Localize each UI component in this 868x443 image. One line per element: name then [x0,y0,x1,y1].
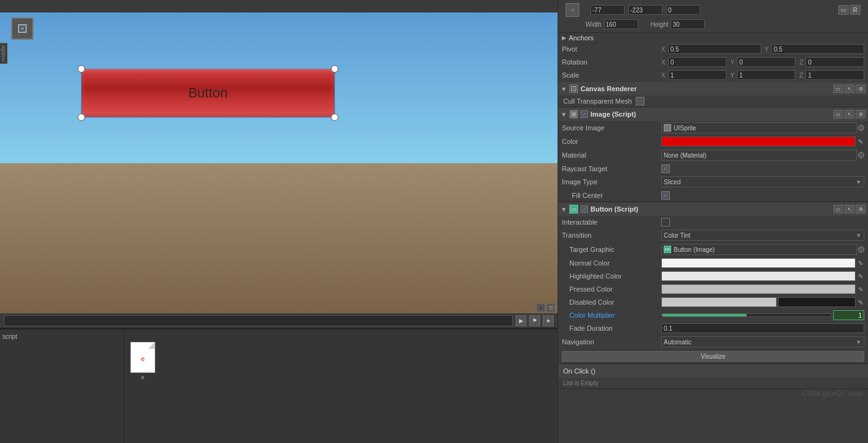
interactable-value [661,218,864,226]
button-script-header[interactable]: ▼ OK ✓ Button (Script) ▭ ↖ ⚙ [558,202,868,216]
project-search[interactable] [4,315,513,326]
image-script-btn-1[interactable]: ▭ [833,110,843,119]
file-icon[interactable]: e [130,342,155,373]
rot-y-input[interactable] [737,57,796,67]
canvas-renderer-btn-3[interactable]: ⚙ [856,84,866,93]
source-image-label: Source Image [562,124,661,132]
raycast-checkbox[interactable]: ✓ [661,164,670,173]
navigation-row: Navigation Automatic ▼ [558,335,868,349]
scene-center-icon [11,17,34,40]
image-script-btn-3[interactable]: ⚙ [856,110,866,119]
visualize-button[interactable]: Visualize [562,351,864,362]
color-multiplier-input[interactable]: 1 [833,310,864,320]
canvas-renderer-btn-2[interactable]: ↖ [844,84,854,93]
project-btn-1[interactable]: ▶ [515,315,527,326]
target-graphic-circle[interactable] [858,246,864,253]
scale-z-input[interactable] [805,70,864,80]
navigation-dropdown[interactable]: Automatic ▼ [661,336,864,347]
button-script-btn-2[interactable]: ↖ [844,205,854,213]
project-btn-3[interactable]: ★ [543,315,554,326]
image-script-title: Image (Script) [590,110,831,118]
pos-y-input[interactable]: -223 [628,5,662,15]
scale-x-input[interactable] [668,70,727,80]
material-row: Material None (Material) [558,148,868,163]
color-value: ✎ [661,136,864,146]
onclick-header[interactable]: On Click () [558,364,868,378]
image-script-header[interactable]: ▼ ▤ ✓ Image (Script) ▭ ↖ ⚙ [558,107,868,121]
scene-bottom-icons: ◾ ☰ [536,303,555,312]
fade-duration-input[interactable]: 0.1 [661,323,864,333]
pressed-color-field[interactable] [661,284,856,294]
canvas-renderer-btn-1[interactable]: ▭ [833,84,843,93]
scene-icon-2[interactable]: ☰ [546,303,555,312]
image-script-section: ▼ ▤ ✓ Image (Script) ▭ ↖ ⚙ Source Image … [558,107,868,202]
navigation-arrow: ▼ [856,339,862,346]
pos-xyz-row: ✛ -77 -223 0 ▭ R [562,2,864,18]
color-multiplier-label: Color Multiplier [562,311,661,319]
cull-checkbox[interactable] [636,97,644,105]
rot-z-input[interactable] [805,57,864,67]
highlighted-color-field[interactable] [661,271,856,281]
height-input[interactable]: 30 [671,19,705,29]
watermark-container: CSDN @LinQY_lucky [558,389,868,398]
button-script-checkbox[interactable]: ✓ [581,205,588,213]
r-button[interactable]: R [850,5,861,15]
interactable-row: Interactable [558,216,868,228]
transition-text: Color Tint [664,232,690,239]
source-image-field[interactable]: UISprite [661,122,857,133]
source-image-circle[interactable] [858,125,864,131]
image-type-dropdown[interactable]: Sliced ▼ [661,176,864,187]
disabled-color-row: Disabled Color ✎ [558,296,868,309]
project-btn-2[interactable]: ⚑ [529,315,540,326]
color-multiplier-slider[interactable] [661,313,832,317]
pivot-x-input[interactable]: 0.5 [668,44,761,54]
scale-y-input[interactable] [737,70,796,80]
pressed-color-label: Pressed Color [562,285,661,293]
cull-label: Cull Transparent Mesh [563,97,632,105]
color-field[interactable] [661,136,856,146]
rot-y-label: Y [730,59,735,66]
canvas-renderer-header[interactable]: ▼ Canvas Renderer ▭ ↖ ⚙ [558,82,868,96]
target-graphic-field[interactable]: OK Button (Image) [661,244,857,255]
disabled-color-pencil[interactable]: ✎ [857,298,864,306]
pivot-y-input[interactable]: 0.5 [771,44,864,54]
highlighted-color-pencil[interactable]: ✎ [857,272,864,280]
height-field: Height 30 [651,19,705,29]
rect-button[interactable]: ▭ [838,5,849,15]
interactable-checkbox[interactable] [661,218,670,226]
pos-x-input[interactable]: -77 [590,5,625,15]
file-item: e e [130,342,155,380]
anchors-arrow: ▶ [562,35,566,41]
disabled-color-field[interactable] [661,297,777,307]
transition-value: Color Tint ▼ [661,230,864,241]
color-pencil[interactable]: ✎ [857,138,864,145]
pivot-value: X 0.5 Y 0.5 [661,44,864,54]
file-dog-ear [148,342,155,349]
image-type-text: Sliced [664,179,680,186]
image-type-arrow: ▼ [856,179,862,186]
pos-x-icon: ✛ [566,3,584,17]
normal-color-field[interactable] [661,258,856,268]
image-script-btn-2[interactable]: ↖ [844,110,854,119]
file-label: e [141,374,144,380]
source-image-value: UISprite [661,122,864,133]
transition-dropdown[interactable]: Color Tint ▼ [661,230,864,241]
highlighted-color-row: Highlighted Color ✎ [558,270,868,283]
scene-ui-button[interactable]: Button [81,68,335,118]
button-script-btn-3[interactable]: ⚙ [856,205,866,213]
watermark: CSDN @LinQY_lucky [803,390,863,397]
material-field[interactable]: None (Material) [661,150,857,161]
scene-icon-1[interactable]: ◾ [536,303,545,312]
width-input[interactable]: 160 [604,19,638,29]
pos-z-input[interactable]: 0 [666,5,700,15]
material-circle[interactable] [858,152,864,158]
anchors-row[interactable]: ▶ Anchors [558,33,868,43]
normal-color-pencil[interactable]: ✎ [857,259,864,267]
button-script-btn-1[interactable]: ▭ [833,205,843,213]
rot-x-input[interactable] [668,57,727,67]
image-type-value: Sliced ▼ [661,176,864,187]
fill-center-checkbox[interactable]: ✓ [661,191,670,200]
pressed-color-pencil[interactable]: ✎ [857,285,864,293]
color-multiplier-row: Color Multiplier 1 [558,309,868,322]
image-script-checkbox[interactable]: ✓ [581,110,588,118]
